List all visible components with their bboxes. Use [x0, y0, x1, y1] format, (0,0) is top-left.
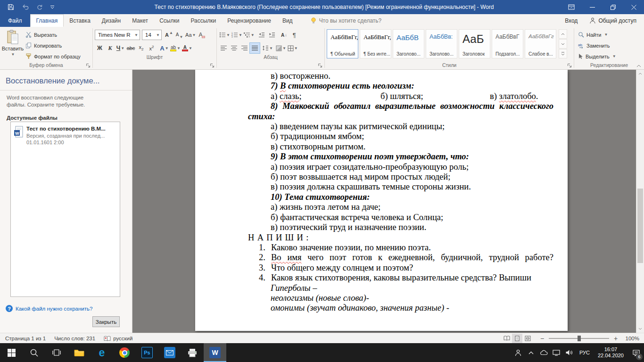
- select-button[interactable]: Выделить ▼: [576, 51, 642, 62]
- customize-qat-icon[interactable]: [50, 5, 55, 9]
- file-explorer-icon[interactable]: [68, 343, 91, 362]
- style-title[interactable]: АаБ Заголовок: [459, 29, 490, 58]
- styles-scroll-up-icon[interactable]: [559, 29, 567, 39]
- sort-button[interactable]: А↓: [279, 30, 289, 40]
- line-spacing-button[interactable]: ▼: [262, 43, 273, 53]
- edge-browser-icon[interactable]: e: [91, 343, 113, 362]
- scrollbar-thumb[interactable]: [637, 189, 643, 263]
- font-size-combo[interactable]: 14 ▼: [142, 30, 162, 40]
- tab-mailings[interactable]: Рассылки: [185, 14, 222, 27]
- styles-scroll-down-icon[interactable]: [559, 39, 567, 49]
- zoom-in-button[interactable]: +: [613, 335, 619, 342]
- grow-font-button[interactable]: А▲: [164, 30, 174, 40]
- find-button[interactable]: Найти ▼: [576, 29, 642, 40]
- align-left-button[interactable]: [219, 43, 229, 53]
- strikethrough-button[interactable]: abc: [126, 43, 136, 53]
- borders-button[interactable]: ▼: [287, 43, 298, 53]
- shrink-font-button[interactable]: А▼: [174, 30, 184, 40]
- tell-me-box[interactable]: Что вы хотите сделать?: [311, 14, 382, 27]
- shading-button[interactable]: ▼: [275, 43, 287, 53]
- style-normal[interactable]: АаБбВвГг, ¶ Обычный: [327, 29, 358, 58]
- paste-button[interactable]: Вставить ▼: [2, 28, 24, 62]
- bold-button[interactable]: Ж: [95, 43, 105, 53]
- format-painter-button[interactable]: Формат по образцу: [24, 51, 83, 62]
- sign-in-link[interactable]: Вход: [565, 17, 578, 24]
- chrome-icon[interactable]: [113, 343, 136, 362]
- tab-view[interactable]: Вид: [277, 14, 298, 27]
- style-subtitle[interactable]: АаБбВвГ Подзагол...: [492, 29, 523, 58]
- clock[interactable]: 16:07 22.04.2020: [594, 346, 628, 359]
- zoom-slider[interactable]: [549, 338, 609, 339]
- people-icon[interactable]: [512, 343, 525, 362]
- zoom-slider-thumb[interactable]: [578, 336, 581, 341]
- clear-formatting-button[interactable]: А: [197, 30, 207, 40]
- superscript-button[interactable]: x2: [147, 43, 157, 53]
- show-marks-button[interactable]: ¶: [289, 30, 299, 40]
- vertical-scrollbar[interactable]: [636, 70, 644, 333]
- language-indicator[interactable]: РУС: [576, 350, 594, 355]
- style-no-spacing[interactable]: АаБбВвГг, ¶ Без инте...: [360, 29, 391, 58]
- save-icon[interactable]: [8, 4, 14, 10]
- style-heading1[interactable]: АаБбВ Заголово...: [393, 29, 424, 58]
- word-taskbar-icon[interactable]: W: [204, 343, 226, 362]
- zoom-percentage[interactable]: 100%: [622, 336, 639, 341]
- subscript-button[interactable]: x2: [136, 43, 146, 53]
- web-layout-button[interactable]: [522, 334, 533, 343]
- printer-icon[interactable]: [181, 343, 204, 362]
- style-heading2[interactable]: АаБбВв: Заголово...: [426, 29, 457, 58]
- style-subtle-emphasis[interactable]: АаБбВвГг Слабое в...: [525, 29, 556, 58]
- justify-button[interactable]: [250, 43, 260, 53]
- italic-button[interactable]: К: [105, 43, 115, 53]
- paragraph-dialog-launcher-icon[interactable]: [317, 63, 323, 68]
- minimize-icon[interactable]: [582, 0, 603, 14]
- which-file-to-save-link[interactable]: Какой файл нужно сохранить?: [16, 306, 92, 312]
- underline-button[interactable]: Ч▼: [116, 43, 125, 53]
- tab-file[interactable]: Файл: [0, 14, 30, 27]
- ribbon-display-options-icon[interactable]: [561, 0, 582, 14]
- start-button[interactable]: [0, 343, 23, 362]
- task-view-icon[interactable]: [45, 343, 68, 362]
- cut-button[interactable]: Вырезать: [24, 29, 83, 40]
- read-mode-button[interactable]: [502, 334, 512, 343]
- blue-app-icon[interactable]: [158, 343, 181, 362]
- increase-indent-button[interactable]: [267, 30, 277, 40]
- clipboard-dialog-launcher-icon[interactable]: [85, 63, 91, 68]
- bullet-list-button[interactable]: ▼: [219, 30, 231, 40]
- close-icon[interactable]: [623, 0, 644, 14]
- show-hidden-icons-icon[interactable]: [525, 343, 537, 362]
- action-center-icon[interactable]: 6: [628, 343, 644, 362]
- scroll-down-icon[interactable]: [636, 325, 644, 333]
- tab-insert[interactable]: Вставка: [64, 14, 96, 27]
- word-count[interactable]: Число слов: 231: [50, 336, 99, 341]
- change-case-button[interactable]: Аа▼: [185, 30, 197, 40]
- share-button[interactable]: Общий доступ: [590, 17, 636, 24]
- font-dialog-launcher-icon[interactable]: [209, 63, 215, 68]
- photoshop-icon[interactable]: Ps: [136, 343, 158, 362]
- tab-references[interactable]: Ссылки: [154, 14, 185, 27]
- styles-more-icon[interactable]: [559, 49, 567, 58]
- highlight-color-button[interactable]: ab▼: [170, 43, 181, 53]
- proofing-status[interactable]: русский: [99, 336, 137, 341]
- tab-layout[interactable]: Макет: [126, 14, 154, 27]
- network-icon[interactable]: [550, 343, 563, 362]
- styles-dialog-launcher-icon[interactable]: [567, 63, 572, 68]
- text-effects-button[interactable]: А▼: [159, 43, 169, 53]
- close-recovery-button[interactable]: Закрыть: [92, 316, 120, 327]
- font-name-combo[interactable]: Times New R ▼: [95, 30, 140, 40]
- collapse-ribbon-icon[interactable]: [636, 65, 641, 67]
- decrease-indent-button[interactable]: [257, 30, 267, 40]
- undo-icon[interactable]: [22, 4, 29, 10]
- redo-icon[interactable]: [36, 4, 42, 10]
- page-indicator[interactable]: Страница 1 из 1: [1, 336, 50, 341]
- numbered-list-button[interactable]: 123 ▼: [231, 30, 243, 40]
- font-color-button[interactable]: А▼: [182, 43, 193, 53]
- multilevel-list-button[interactable]: ▼: [243, 30, 255, 40]
- scroll-up-icon[interactable]: [636, 70, 644, 78]
- restore-icon[interactable]: [603, 0, 623, 14]
- onedrive-icon[interactable]: [537, 343, 550, 362]
- search-icon[interactable]: [23, 343, 45, 362]
- document-page[interactable]: в) восторженно. 7) В стихотворении есть …: [195, 70, 568, 331]
- tab-home[interactable]: Главная: [30, 14, 64, 27]
- copy-button[interactable]: Копировать: [24, 40, 83, 51]
- print-layout-button[interactable]: [512, 334, 522, 343]
